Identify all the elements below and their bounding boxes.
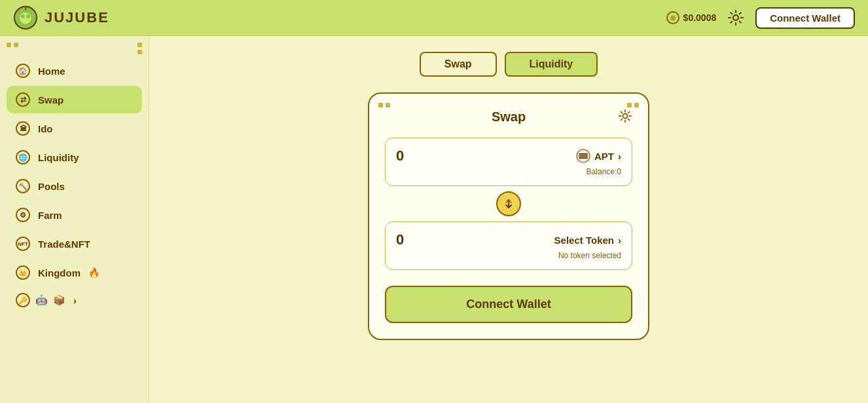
sidebar-item-swap[interactable]: ⇄ Swap bbox=[7, 86, 142, 113]
select-token-chevron: › bbox=[618, 235, 621, 246]
sidebar-item-farm[interactable]: ⚙ Farm bbox=[7, 201, 142, 229]
sidebar-item-home-label: Home bbox=[38, 66, 65, 77]
sidebar-corner-tr bbox=[137, 43, 142, 54]
tools-icon: 🔑 bbox=[16, 293, 30, 307]
sidebar-item-home[interactable]: 🏠 Home bbox=[7, 57, 142, 85]
price-icon: ◎ bbox=[666, 11, 679, 24]
swap-card-corner-tl bbox=[378, 103, 390, 107]
swap-direction-button[interactable] bbox=[496, 191, 521, 216]
from-token-selector[interactable]: APT › bbox=[576, 149, 621, 163]
sidebar-item-trade-nft[interactable]: NFT Trade&NFT bbox=[7, 230, 142, 258]
apt-icon bbox=[576, 149, 590, 163]
logo-text: JUJUBE bbox=[45, 9, 109, 26]
logo-icon bbox=[13, 5, 38, 30]
to-token-amount[interactable]: 0 bbox=[396, 231, 404, 248]
tools-arrow: › bbox=[73, 295, 77, 306]
sidebar-item-farm-label: Farm bbox=[38, 210, 62, 221]
pools-icon: 🔨 bbox=[16, 179, 30, 193]
from-token-box: 0 APT › bbox=[385, 138, 632, 186]
sidebar-item-tools[interactable]: 🔑 🤖 📦 › bbox=[7, 286, 142, 314]
swap-card-header: Swap bbox=[385, 109, 632, 125]
sidebar-item-liquidity-label: Liquidity bbox=[38, 152, 79, 163]
farm-icon: ⚙ bbox=[16, 208, 30, 222]
from-token-chevron: › bbox=[618, 151, 621, 162]
sidebar-item-ido[interactable]: 🏛 Ido bbox=[7, 115, 142, 142]
fire-icon: 🔥 bbox=[88, 267, 99, 278]
swap-card: Swap 0 bbox=[368, 92, 649, 340]
to-token-selector[interactable]: Select Token › bbox=[554, 235, 621, 246]
token-price: ◎ $0.0008 bbox=[666, 11, 717, 24]
to-token-input-row: 0 Select Token › bbox=[396, 231, 621, 248]
swap-card-title: Swap bbox=[492, 109, 526, 125]
tab-swap[interactable]: Swap bbox=[420, 52, 497, 77]
kingdom-icon: 👑 bbox=[16, 265, 30, 280]
swap-direction-wrapper bbox=[385, 191, 632, 216]
header: JUJUBE ◎ $0.0008 Connect Wallet bbox=[0, 0, 868, 36]
sidebar-items: 🏠 Home ⇄ Swap 🏛 Ido 🌐 Liquidity 🔨 Pools … bbox=[7, 57, 142, 286]
main-content: Swap Liquidity Swap bbox=[149, 36, 868, 403]
svg-point-6 bbox=[623, 113, 628, 118]
svg-point-3 bbox=[21, 14, 25, 18]
liquidity-icon: 🌐 bbox=[16, 150, 30, 164]
svg-point-4 bbox=[26, 14, 30, 18]
header-left: JUJUBE bbox=[13, 5, 109, 30]
svg-point-5 bbox=[733, 15, 738, 20]
sidebar: 🏠 Home ⇄ Swap 🏛 Ido 🌐 Liquidity 🔨 Pools … bbox=[0, 36, 149, 403]
to-token-box: 0 Select Token › No token selected bbox=[385, 221, 632, 270]
trade-nft-icon: NFT bbox=[16, 237, 30, 251]
sidebar-item-pools-label: Pools bbox=[38, 181, 65, 192]
token-price-value: $0.0008 bbox=[683, 12, 717, 23]
sidebar-item-pools[interactable]: 🔨 Pools bbox=[7, 172, 142, 200]
tools-icon-robot: 🤖 bbox=[35, 294, 48, 306]
sidebar-item-liquidity[interactable]: 🌐 Liquidity bbox=[7, 144, 142, 171]
svg-point-2 bbox=[20, 12, 31, 24]
home-icon: 🏠 bbox=[16, 64, 30, 78]
header-right: ◎ $0.0008 Connect Wallet bbox=[666, 7, 855, 29]
header-connect-wallet-button[interactable]: Connect Wallet bbox=[755, 7, 855, 29]
from-token-amount[interactable]: 0 bbox=[396, 147, 404, 164]
connect-wallet-button[interactable]: Connect Wallet bbox=[385, 286, 632, 323]
layout: 🏠 Home ⇄ Swap 🏛 Ido 🌐 Liquidity 🔨 Pools … bbox=[0, 36, 868, 403]
sidebar-corner-tl bbox=[7, 43, 18, 47]
sidebar-item-kingdom-label: Kingdom bbox=[38, 267, 81, 278]
tab-liquidity[interactable]: Liquidity bbox=[505, 52, 598, 77]
from-token-balance: Balance:0 bbox=[396, 167, 621, 176]
select-token-label: Select Token bbox=[554, 235, 614, 246]
sidebar-item-swap-label: Swap bbox=[38, 94, 63, 106]
ido-icon: 🏛 bbox=[16, 121, 30, 136]
swap-icon: ⇄ bbox=[16, 92, 30, 107]
sidebar-item-kingdom[interactable]: 👑 Kingdom 🔥 bbox=[7, 259, 142, 286]
from-token-input-row: 0 APT › bbox=[396, 147, 621, 164]
header-settings-icon[interactable] bbox=[727, 9, 745, 27]
tab-bar: Swap Liquidity bbox=[420, 52, 598, 77]
swap-card-corner-tr bbox=[627, 103, 639, 107]
tools-icon-box: 📦 bbox=[53, 294, 65, 306]
sidebar-item-trade-nft-label: Trade&NFT bbox=[38, 239, 90, 250]
swap-settings-button[interactable] bbox=[618, 109, 632, 126]
no-token-text: No token selected bbox=[396, 251, 621, 260]
sidebar-item-ido-label: Ido bbox=[38, 123, 53, 134]
from-token-symbol: APT bbox=[594, 151, 614, 162]
